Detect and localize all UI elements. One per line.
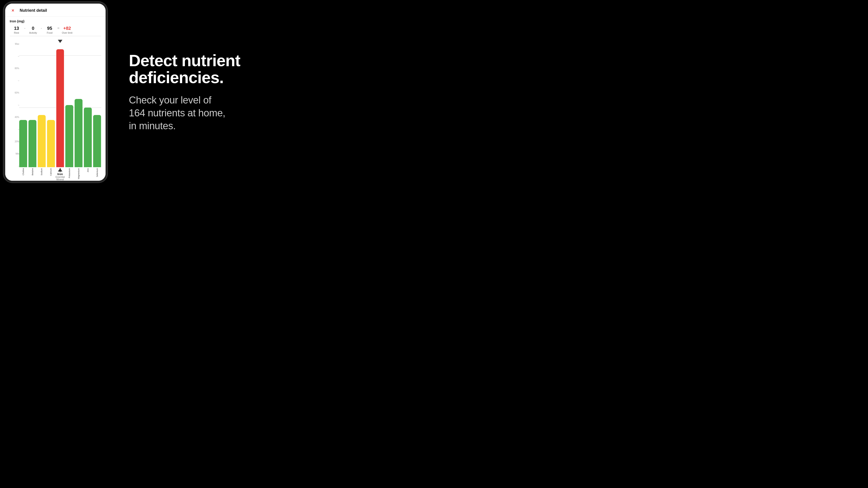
bar-potassium[interactable] xyxy=(65,105,73,167)
bar-label-selenium: Selenium xyxy=(96,168,98,177)
bar-group-potassium xyxy=(65,43,73,167)
bar-label-group-zinc: Zinc xyxy=(84,167,92,181)
stat-result: +82 Over limit xyxy=(60,26,74,34)
bar-label-zinc: Zinc xyxy=(87,168,89,172)
bars-labels: CholineBetaineSodiumCalciumIronPotassium… xyxy=(19,167,101,181)
operator-2: - xyxy=(41,26,42,34)
app-content: × Nutrient detail Iron (mg) 13 Rest - 0 … xyxy=(5,4,105,181)
bar-label-group-magnesium: Magnesium xyxy=(74,167,83,181)
top-arrow-icon xyxy=(58,40,62,43)
bar-sodium[interactable] xyxy=(38,115,46,167)
stats-row: 13 Rest - 0 Activity - 95 Food = +82 Ove… xyxy=(5,25,105,36)
bar-iron[interactable] xyxy=(56,49,64,167)
bar-group-magnesium xyxy=(74,43,83,167)
bar-label-betaine: Betaine xyxy=(31,168,34,175)
bar-label-iron: Iron xyxy=(59,168,61,172)
rest-value: 13 xyxy=(14,26,19,31)
bars-scroll xyxy=(19,43,101,167)
right-panel: Detect nutrient deficiencies. Check your… xyxy=(111,0,329,184)
bars-container: CholineBetaineSodiumCalciumIronPotassium… xyxy=(19,36,101,181)
stat-food: 95 Food xyxy=(43,26,57,34)
bar-label-group-choline: Choline xyxy=(19,167,27,181)
y-label-20: 20% xyxy=(10,140,19,143)
right-content: Detect nutrient deficiencies. Check your… xyxy=(129,52,240,132)
bar-group-iron xyxy=(56,43,64,167)
bar-label-calcium: Calcium xyxy=(50,168,52,176)
operator-1: - xyxy=(24,26,25,34)
y-axis: Max – 80% – 60% – 40% – 20% Min – xyxy=(10,36,19,181)
bar-betaine[interactable] xyxy=(29,120,36,167)
app-title: Nutrient detail xyxy=(20,8,47,13)
bar-group-betaine xyxy=(29,43,36,167)
activity-label: Activity xyxy=(29,31,37,34)
activity-value: 0 xyxy=(32,26,34,31)
nutrient-label: Iron (mg) xyxy=(5,17,105,25)
bar-label-magnesium: Magnesium xyxy=(78,168,80,179)
y-label-dash4: – xyxy=(10,128,19,131)
app-header: × Nutrient detail xyxy=(5,4,105,17)
phone-mockup: × Nutrient detail Iron (mg) 13 Rest - 0 … xyxy=(3,2,107,183)
y-label-dash5: – xyxy=(10,165,19,167)
y-label-80: 80% xyxy=(10,67,19,70)
bar-choline[interactable] xyxy=(19,120,27,167)
bar-label-group-iron: Iron xyxy=(56,167,64,181)
bar-group-choline xyxy=(19,43,27,167)
y-label-min: Min xyxy=(10,153,19,155)
left-panel: × Nutrient detail Iron (mg) 13 Rest - 0 … xyxy=(0,0,111,184)
result-label: Over limit xyxy=(62,31,72,34)
bar-label-group-selenium: Selenium xyxy=(93,167,101,181)
headline-text: Detect nutrient deficiencies. xyxy=(129,52,240,87)
bar-label-potassium: Potassium xyxy=(68,168,70,178)
bar-group-sodium xyxy=(38,43,46,167)
bar-label-sodium: Sodium xyxy=(40,168,43,175)
bar-label-group-betaine: Betaine xyxy=(29,167,36,181)
bar-group-zinc xyxy=(84,43,92,167)
bar-zinc[interactable] xyxy=(84,107,92,167)
bar-group-calcium xyxy=(47,43,55,167)
close-button[interactable]: × xyxy=(10,7,16,13)
food-label: Food xyxy=(47,31,53,34)
stat-rest: 13 Rest xyxy=(10,26,23,34)
subtext: Check your level of 164 nutrients at hom… xyxy=(129,94,240,132)
y-label-60: 60% xyxy=(10,92,19,94)
y-label-max: Max xyxy=(10,43,19,45)
equals-sign: = xyxy=(57,26,59,34)
y-label-dash1: – xyxy=(10,55,19,57)
bar-group-selenium xyxy=(93,43,101,167)
bar-label-choline: Choline xyxy=(22,168,24,175)
bar-label-group-calcium: Calcium xyxy=(47,167,55,181)
y-label-dash3: – xyxy=(10,104,19,106)
y-label-40: 40% xyxy=(10,116,19,119)
close-icon: × xyxy=(11,8,14,13)
food-value: 95 xyxy=(47,26,52,31)
chart-area: Max – 80% – 60% – 40% – 20% Min – xyxy=(5,36,105,181)
rest-label: Rest xyxy=(14,31,19,34)
bar-label-group-potassium: Potassium xyxy=(65,167,73,181)
bar-magnesium[interactable] xyxy=(74,99,83,167)
stat-activity: 0 Activity xyxy=(26,26,40,34)
bar-label-group-sodium: Sodium xyxy=(38,167,46,181)
bar-calcium[interactable] xyxy=(47,120,55,167)
bar-selenium[interactable] xyxy=(93,115,101,167)
result-value: +82 xyxy=(63,26,71,31)
y-label-dash2: – xyxy=(10,79,19,82)
headline: Detect nutrient deficiencies. xyxy=(129,52,240,86)
subtext-content: Check your level of 164 nutrients at hom… xyxy=(129,94,225,131)
